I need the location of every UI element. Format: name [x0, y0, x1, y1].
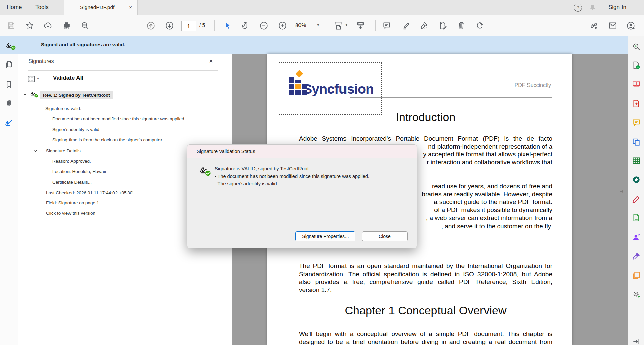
signature-status-bar: Signed and all signatures are valid. Sig…	[0, 36, 628, 54]
revision-chevron-icon[interactable]	[22, 92, 27, 97]
edit-pencil-icon[interactable]	[632, 194, 641, 203]
next-page-icon[interactable]	[164, 20, 174, 31]
sign-in-button[interactable]: Sign In	[608, 0, 626, 15]
document-tab-label: SignedPDF.pdf	[80, 0, 114, 15]
save-doc-icon[interactable]	[632, 213, 641, 222]
combine-files-icon[interactable]	[632, 137, 641, 146]
highlighter-icon[interactable]	[401, 20, 411, 31]
organize-pages-icon[interactable]	[632, 80, 641, 89]
signature-valid-heading: Signature is valid:	[45, 106, 81, 111]
create-pdf-green-icon[interactable]	[632, 61, 641, 70]
print-icon[interactable]	[61, 20, 72, 31]
email-icon[interactable]	[608, 20, 618, 31]
search-icon[interactable]	[80, 20, 90, 31]
paragraph-4: We'll begin with a conceptual overview o…	[299, 330, 552, 345]
attachments-icon[interactable]	[5, 99, 13, 107]
paragraph-line: We'll begin with a conceptual overview o…	[299, 330, 552, 338]
right-tools-sidebar	[628, 36, 644, 345]
field-info-label: Field: Signature on page 1	[46, 200, 99, 205]
status-item: Signing time is from the clock on the si…	[52, 137, 163, 142]
divider	[28, 70, 218, 71]
validate-all-button[interactable]: Validate All	[53, 75, 83, 81]
hand-tool-icon[interactable]	[240, 20, 250, 31]
sign-pen-icon[interactable]	[419, 20, 429, 31]
copy-docs-icon[interactable]	[632, 270, 641, 280]
bookmarks-icon[interactable]	[5, 80, 13, 89]
toolbar: 1 / 5 80% ▾ ▾	[0, 15, 644, 37]
notification-bell-icon[interactable]	[589, 3, 597, 11]
header-rule	[350, 97, 552, 98]
previous-page-icon[interactable]	[146, 20, 156, 31]
comment-icon[interactable]	[382, 20, 392, 31]
last-checked-label: Last Checked: 2026.01.11 17:44:02 +05'30…	[46, 190, 133, 195]
paragraph-line: The PDF format is an open standard maint…	[299, 262, 552, 270]
collapse-pane-handle[interactable]: ◀	[619, 185, 624, 197]
acrobat-window: Home Tools SignedPDF.pdf × ? Sign In	[0, 0, 644, 345]
signature-properties-button[interactable]: Signature Properties...	[295, 231, 355, 241]
signature-validation-dialog: Signature Validation Status Signature is…	[187, 144, 417, 248]
marquee-zoom-icon[interactable]	[632, 42, 641, 51]
options-caret-icon[interactable]: ▾	[37, 76, 39, 81]
page-header-right: PDF Succinctly	[484, 82, 551, 88]
details-item: Location: Honolulu, Hawaii	[52, 169, 106, 174]
cloud-upload-icon[interactable]	[43, 20, 53, 31]
delete-icon[interactable]	[456, 20, 466, 31]
revision-label: Rev. 1: Signed by TestCertRoot	[43, 93, 110, 98]
page-count-label: / 5	[199, 22, 205, 28]
paragraph-line: Standardization. The official specificat…	[299, 270, 552, 278]
page-thumbnails-icon[interactable]	[5, 60, 13, 69]
create-pdf-red-icon[interactable]	[632, 99, 641, 108]
tab-document[interactable]: SignedPDF.pdf ×	[64, 0, 138, 15]
signature-status-message: Signed and all signatures are valid.	[41, 42, 125, 47]
zoom-in-icon[interactable]	[277, 20, 287, 31]
toolbar-divider	[375, 20, 376, 31]
revision-item[interactable]: Rev. 1: Signed by TestCertRoot	[40, 91, 113, 99]
signatures-panel-icon[interactable]	[5, 118, 13, 127]
expand-pane-icon[interactable]	[632, 337, 641, 345]
paragraph-line: Adobe Systems Incorporated's Portable Do…	[299, 135, 552, 143]
comment-tool-icon[interactable]	[632, 118, 641, 127]
close-panel-icon[interactable]: ×	[209, 57, 213, 65]
signature-options-icon[interactable]	[28, 76, 35, 82]
details-chevron-icon[interactable]	[33, 149, 38, 153]
tab-tools[interactable]: Tools	[35, 0, 49, 15]
add-account-icon[interactable]	[626, 20, 636, 31]
dialog-signature-valid-icon	[199, 164, 212, 177]
redo-icon[interactable]	[475, 20, 485, 31]
chapter-heading: Chapter 1 Conceptual Overview	[299, 304, 552, 317]
paragraph-3: The PDF format is an open standard maint…	[299, 262, 552, 294]
select-tool-icon[interactable]	[223, 20, 233, 31]
fit-width-icon[interactable]	[333, 20, 343, 31]
export-table-icon[interactable]	[632, 156, 641, 165]
share-link-icon[interactable]	[589, 20, 599, 31]
paragraph-line: version 1.7.	[299, 286, 552, 294]
logo-text: Syncfusion	[303, 81, 374, 97]
fill-sign-tool-icon[interactable]	[632, 251, 641, 260]
intro-heading: Introduction	[299, 111, 552, 124]
dialog-detail-line: - The signer's identity is valid.	[215, 180, 278, 187]
more-tools-gear-icon[interactable]	[632, 290, 641, 299]
request-signatures-icon[interactable]	[632, 233, 641, 242]
dialog-detail-line: - The document has not been modified sin…	[215, 173, 369, 180]
scrolling-mode-icon[interactable]	[355, 20, 365, 31]
dialog-close-button[interactable]: Close	[362, 231, 408, 241]
tab-bar: Home Tools SignedPDF.pdf × ? Sign In	[0, 0, 644, 15]
close-tab-icon[interactable]: ×	[129, 4, 132, 10]
signature-details-heading[interactable]: Signature Details	[46, 148, 81, 153]
fill-sign-icon[interactable]	[438, 20, 448, 31]
tab-home[interactable]: Home	[7, 0, 22, 15]
help-icon[interactable]: ?	[574, 4, 582, 12]
zoom-dropdown-caret-icon[interactable]: ▾	[317, 22, 319, 27]
dialog-title[interactable]: Signature Validation Status	[187, 145, 417, 158]
signatures-panel-title: Signatures	[28, 58, 54, 64]
save-icon[interactable]	[6, 20, 16, 31]
page-number-input[interactable]: 1	[181, 21, 196, 31]
certificate-details-link[interactable]: Certificate Details...	[52, 180, 92, 185]
zoom-level-value[interactable]: 80%	[295, 22, 306, 28]
view-version-link[interactable]: Click to view this version	[46, 211, 95, 216]
fit-dropdown-caret-icon[interactable]: ▾	[345, 22, 348, 27]
action-wizard-icon[interactable]	[632, 175, 641, 184]
star-icon[interactable]	[25, 20, 35, 31]
toolbar-divider	[214, 20, 215, 31]
zoom-out-icon[interactable]	[259, 20, 269, 31]
